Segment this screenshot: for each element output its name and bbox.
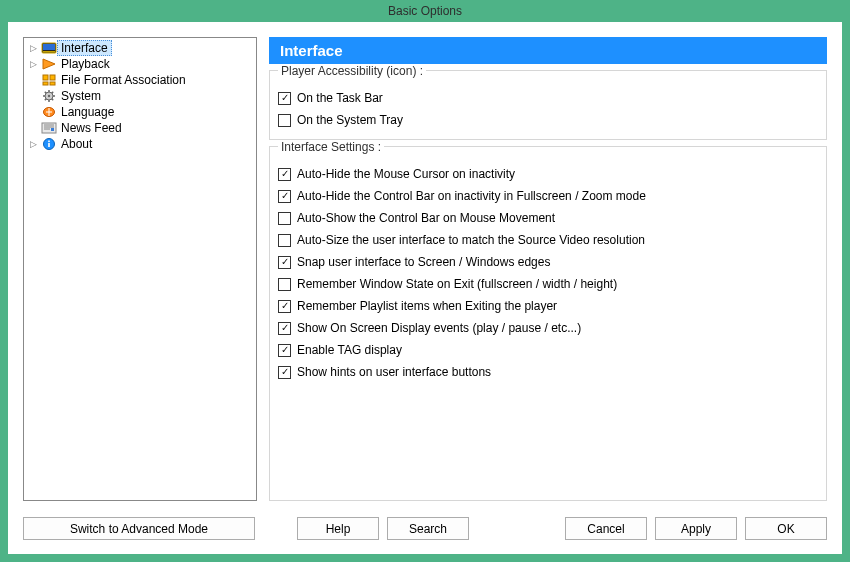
- newsfeed-icon: [41, 121, 57, 135]
- svg-line-15: [52, 99, 53, 100]
- svg-rect-6: [43, 82, 48, 85]
- category-tree[interactable]: ▷Interface▷Playback▷File Format Associat…: [23, 37, 257, 501]
- search-button[interactable]: Search: [387, 517, 469, 540]
- window-title: Basic Options: [388, 4, 462, 18]
- checkbox-icon[interactable]: [278, 344, 291, 357]
- checkbox-row[interactable]: On the System Tray: [278, 109, 818, 131]
- checkbox-label: Auto-Show the Control Bar on Mouse Movem…: [297, 211, 555, 225]
- tree-item-label: Interface: [57, 40, 112, 56]
- tree-item-fileformat[interactable]: ▷File Format Association: [24, 72, 256, 88]
- checkbox-label: Enable TAG display: [297, 343, 402, 357]
- svg-line-14: [45, 92, 46, 93]
- svg-rect-4: [43, 75, 48, 80]
- svg-rect-23: [51, 128, 54, 131]
- ok-button[interactable]: OK: [745, 517, 827, 540]
- checkbox-row[interactable]: Auto-Size the user interface to match th…: [278, 229, 818, 251]
- tree-item-newsfeed[interactable]: ▷News Feed: [24, 120, 256, 136]
- svg-rect-1: [43, 44, 55, 50]
- tree-item-about[interactable]: ▷About: [24, 136, 256, 152]
- checkbox-icon[interactable]: [278, 234, 291, 247]
- checkbox-row[interactable]: Auto-Hide the Control Bar on inactivity …: [278, 185, 818, 207]
- about-icon: [41, 137, 57, 151]
- checkbox-row[interactable]: On the Task Bar: [278, 87, 818, 109]
- expand-arrow-icon[interactable]: ▷: [26, 57, 40, 71]
- svg-line-17: [45, 99, 46, 100]
- checkbox-icon[interactable]: [278, 168, 291, 181]
- help-button[interactable]: Help: [297, 517, 379, 540]
- group-accessibility-legend: Player Accessibility (icon) :: [278, 64, 426, 78]
- svg-point-9: [48, 95, 50, 97]
- expand-arrow-icon: ▷: [26, 121, 40, 135]
- content-row: ▷Interface▷Playback▷File Format Associat…: [9, 23, 841, 501]
- checkbox-label: Show On Screen Display events (play / pa…: [297, 321, 581, 335]
- tree-item-label: About: [57, 136, 96, 152]
- cancel-button[interactable]: Cancel: [565, 517, 647, 540]
- panel-heading: Interface: [269, 37, 827, 64]
- checkbox-label: Auto-Size the user interface to match th…: [297, 233, 645, 247]
- checkbox-icon[interactable]: [278, 278, 291, 291]
- tree-item-language[interactable]: ▷Language: [24, 104, 256, 120]
- checkbox-icon[interactable]: [278, 322, 291, 335]
- right-panel: Interface Player Accessibility (icon) : …: [269, 37, 827, 501]
- svg-line-16: [52, 92, 53, 93]
- checkbox-label: Snap user interface to Screen / Windows …: [297, 255, 550, 269]
- panel-heading-text: Interface: [280, 42, 343, 59]
- checkbox-row[interactable]: Snap user interface to Screen / Windows …: [278, 251, 818, 273]
- tree-item-label: News Feed: [57, 120, 126, 136]
- tree-item-playback[interactable]: ▷Playback: [24, 56, 256, 72]
- svg-rect-2: [43, 51, 55, 53]
- checkbox-label: Show hints on user interface buttons: [297, 365, 491, 379]
- group-settings-legend: Interface Settings :: [278, 140, 384, 154]
- checkbox-row[interactable]: Show hints on user interface buttons: [278, 361, 818, 383]
- checkbox-label: Remember Playlist items when Exiting the…: [297, 299, 557, 313]
- checkbox-row[interactable]: Auto-Hide the Mouse Cursor on inactivity: [278, 163, 818, 185]
- playback-icon: [41, 57, 57, 71]
- expand-arrow-icon[interactable]: ▷: [26, 41, 40, 55]
- group-settings: Interface Settings : Auto-Hide the Mouse…: [269, 146, 827, 501]
- expand-arrow-icon: ▷: [26, 73, 40, 87]
- expand-arrow-icon: ▷: [26, 105, 40, 119]
- checkbox-label: Auto-Hide the Control Bar on inactivity …: [297, 189, 646, 203]
- checkbox-label: Remember Window State on Exit (fullscree…: [297, 277, 617, 291]
- checkbox-icon[interactable]: [278, 114, 291, 127]
- checkbox-row[interactable]: Auto-Show the Control Bar on Mouse Movem…: [278, 207, 818, 229]
- checkbox-icon[interactable]: [278, 256, 291, 269]
- fileformat-icon: [41, 73, 57, 87]
- window: Basic Options ▷Interface▷Playback▷File F…: [0, 0, 850, 562]
- tree-item-interface[interactable]: ▷Interface: [24, 40, 256, 56]
- client-area: ▷Interface▷Playback▷File Format Associat…: [8, 22, 842, 554]
- language-icon: [41, 105, 57, 119]
- checkbox-icon[interactable]: [278, 300, 291, 313]
- svg-rect-5: [50, 75, 55, 80]
- tree-item-system[interactable]: ▷System: [24, 88, 256, 104]
- checkbox-row[interactable]: Remember Playlist items when Exiting the…: [278, 295, 818, 317]
- switch-advanced-button[interactable]: Switch to Advanced Mode: [23, 517, 255, 540]
- checkbox-label: On the System Tray: [297, 113, 403, 127]
- checkbox-icon[interactable]: [278, 190, 291, 203]
- checkbox-icon[interactable]: [278, 92, 291, 105]
- checkbox-icon[interactable]: [278, 366, 291, 379]
- checkbox-row[interactable]: Enable TAG display: [278, 339, 818, 361]
- svg-rect-26: [48, 141, 50, 143]
- tree-item-label: System: [57, 88, 105, 104]
- expand-arrow-icon: ▷: [26, 89, 40, 103]
- checkbox-row[interactable]: Remember Window State on Exit (fullscree…: [278, 273, 818, 295]
- expand-arrow-icon[interactable]: ▷: [26, 137, 40, 151]
- apply-button[interactable]: Apply: [655, 517, 737, 540]
- checkbox-icon[interactable]: [278, 212, 291, 225]
- group-accessibility: Player Accessibility (icon) : On the Tas…: [269, 70, 827, 140]
- titlebar: Basic Options: [0, 0, 850, 22]
- checkbox-label: Auto-Hide the Mouse Cursor on inactivity: [297, 167, 515, 181]
- button-row: Switch to Advanced Mode Help Search Canc…: [23, 517, 827, 541]
- system-icon: [41, 89, 57, 103]
- tree-item-label: Playback: [57, 56, 114, 72]
- checkbox-label: On the Task Bar: [297, 91, 383, 105]
- checkbox-row[interactable]: Show On Screen Display events (play / pa…: [278, 317, 818, 339]
- tree-item-label: Language: [57, 104, 118, 120]
- svg-rect-7: [50, 82, 55, 85]
- interface-icon: [41, 41, 57, 55]
- tree-item-label: File Format Association: [57, 72, 190, 88]
- svg-marker-3: [43, 59, 55, 69]
- svg-rect-25: [48, 143, 50, 147]
